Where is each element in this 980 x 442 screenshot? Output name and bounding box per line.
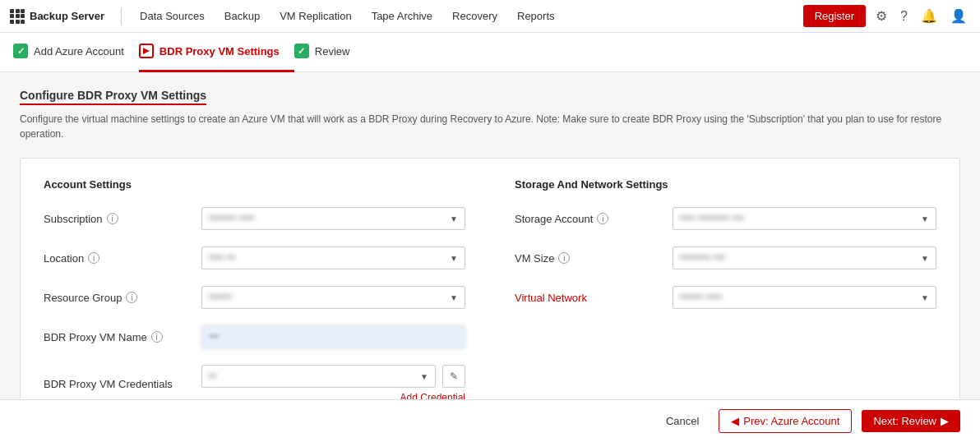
storage-account-arrow: ▼ (921, 214, 929, 223)
account-settings-title: Account Settings (44, 178, 465, 191)
virtual-network-arrow: ▼ (921, 293, 929, 302)
virtual-network-label[interactable]: Virtual Network (515, 292, 663, 304)
user-icon-btn[interactable]: 👤 (947, 5, 970, 27)
main-content: Configure BDR Proxy VM Settings Configur… (0, 72, 980, 442)
brand-label: Backup Server (30, 10, 104, 22)
location-info-icon[interactable]: i (88, 252, 99, 264)
help-icon-btn[interactable]: ? (897, 6, 911, 27)
subscription-value: ••••••• •••• (209, 213, 255, 224)
prev-button[interactable]: ◀ Prev: Azure Account (719, 409, 852, 433)
nav-actions: Register ⚙ ? 🔔 👤 (803, 5, 970, 27)
brand: Backup Server (10, 9, 104, 24)
bdr-proxy-name-input[interactable] (201, 325, 465, 348)
wizard-bar: ✓ Add Azure Account BDR Proxy VM Setting… (0, 33, 980, 72)
next-arrow-icon: ▶ (941, 415, 949, 427)
cred-dropdown[interactable]: •• ▼ (201, 365, 436, 388)
vm-size-arrow: ▼ (921, 254, 929, 263)
section-desc: Configure the virtual machine settings t… (20, 112, 960, 141)
location-row: Location i •••• •• ▼ (44, 246, 465, 269)
location-label: Location i (44, 252, 192, 265)
cred-value: •• (209, 371, 215, 382)
storage-account-dropdown[interactable]: •••• •••••••• ••• ▼ (673, 207, 936, 230)
nav-reports[interactable]: Reports (507, 0, 565, 33)
wizard-step-bdr-proxy-label: BDR Proxy VM Settings (159, 45, 280, 58)
cred-row: •• ▼ ✎ (201, 365, 465, 388)
location-arrow: ▼ (450, 254, 458, 263)
storage-account-label: Storage Account i (515, 213, 663, 225)
check-icon-add-azure: ✓ (13, 44, 28, 58)
check-icon-review: ✓ (294, 44, 309, 58)
resource-group-value: •••••• (209, 292, 232, 303)
vm-size-dropdown[interactable]: •••••••• ••• ▼ (673, 246, 936, 269)
network-settings-title: Storage And Network Settings (515, 178, 936, 191)
prev-arrow-icon: ◀ (731, 415, 739, 427)
vm-size-row: VM Size i •••••••• ••• ▼ (515, 246, 936, 269)
resource-group-arrow: ▼ (450, 293, 458, 302)
wizard-step-bdr-proxy[interactable]: BDR Proxy VM Settings (139, 33, 294, 72)
virtual-network-dropdown[interactable]: •••••• •••• ▼ (673, 286, 936, 309)
section-title: Configure BDR Proxy VM Settings (20, 89, 206, 105)
resource-group-dropdown[interactable]: •••••• ▼ (201, 286, 465, 309)
active-step-icon-inner (143, 48, 150, 54)
location-dropdown[interactable]: •••• •• ▼ (201, 246, 465, 269)
storage-account-value: •••• •••••••• ••• (680, 213, 744, 224)
subscription-dropdown[interactable]: ••••••• •••• ▼ (201, 207, 465, 230)
wizard-step-add-azure[interactable]: ✓ Add Azure Account (13, 33, 139, 72)
storage-account-row: Storage Account i •••• •••••••• ••• ▼ (515, 207, 936, 230)
form-columns: Account Settings Subscription i ••••••• … (44, 178, 936, 420)
nav-menu: Data Sources Backup VM Replication Tape … (130, 0, 803, 33)
settings-icon-btn[interactable]: ⚙ (872, 5, 890, 27)
grid-icon (10, 9, 25, 24)
resource-group-label: Resource Group i (44, 292, 192, 304)
network-settings-column: Storage And Network Settings Storage Acc… (515, 178, 936, 420)
cred-edit-btn[interactable]: ✎ (442, 365, 465, 388)
cancel-button[interactable]: Cancel (656, 410, 709, 432)
subscription-row: Subscription i ••••••• •••• ▼ (44, 207, 465, 230)
nav-backup[interactable]: Backup (215, 0, 270, 33)
wizard-step-review[interactable]: ✓ Review (294, 33, 365, 72)
vm-size-label: VM Size i (515, 252, 663, 265)
bdr-proxy-cred-label: BDR Proxy VM Credentials (44, 378, 192, 390)
nav-data-sources[interactable]: Data Sources (130, 0, 215, 33)
cred-arrow: ▼ (420, 372, 428, 381)
resource-group-row: Resource Group i •••••• ▼ (44, 286, 465, 309)
footer-bar: Cancel ◀ Prev: Azure Account Next: Revie… (0, 399, 980, 442)
resource-group-info-icon[interactable]: i (126, 292, 137, 303)
navbar: Backup Server Data Sources Backup VM Rep… (0, 0, 980, 33)
next-button-label: Next: Review (873, 415, 936, 427)
vm-size-info-icon[interactable]: i (558, 252, 570, 264)
virtual-network-value: •••••• •••• (680, 292, 722, 303)
bdr-proxy-name-label: BDR Proxy VM Name i (44, 331, 192, 343)
vm-size-value: •••••••• ••• (680, 252, 726, 264)
bdr-proxy-cred-row: BDR Proxy VM Credentials •• ▼ ✎ Add Cred… (44, 365, 465, 403)
next-button[interactable]: Next: Review ▶ (862, 410, 960, 432)
register-button[interactable]: Register (803, 5, 866, 27)
nav-vm-replication[interactable]: VM Replication (270, 0, 361, 33)
cred-field-wrapper: •• ▼ ✎ Add Credential (201, 365, 465, 403)
nav-tape-archive[interactable]: Tape Archive (362, 0, 442, 33)
subscription-info-icon[interactable]: i (107, 213, 118, 224)
virtual-network-row: Virtual Network •••••• •••• ▼ (515, 286, 936, 309)
nav-recovery[interactable]: Recovery (442, 0, 507, 33)
subscription-label: Subscription i (44, 213, 192, 225)
nav-divider (121, 8, 122, 25)
active-step-icon (139, 44, 154, 58)
wizard-step-review-label: Review (315, 45, 350, 58)
location-value: •••• •• (209, 252, 235, 264)
form-panel: Account Settings Subscription i ••••••• … (20, 158, 960, 440)
bdr-proxy-name-row: BDR Proxy VM Name i (44, 325, 465, 348)
subscription-arrow: ▼ (450, 214, 458, 223)
wizard-step-add-azure-label: Add Azure Account (34, 45, 124, 58)
bell-icon-btn[interactable]: 🔔 (918, 5, 941, 27)
prev-button-label: Prev: Azure Account (743, 415, 839, 427)
bdr-proxy-name-info-icon[interactable]: i (151, 331, 163, 343)
storage-account-info-icon[interactable]: i (597, 213, 608, 224)
account-settings-column: Account Settings Subscription i ••••••• … (44, 178, 465, 420)
